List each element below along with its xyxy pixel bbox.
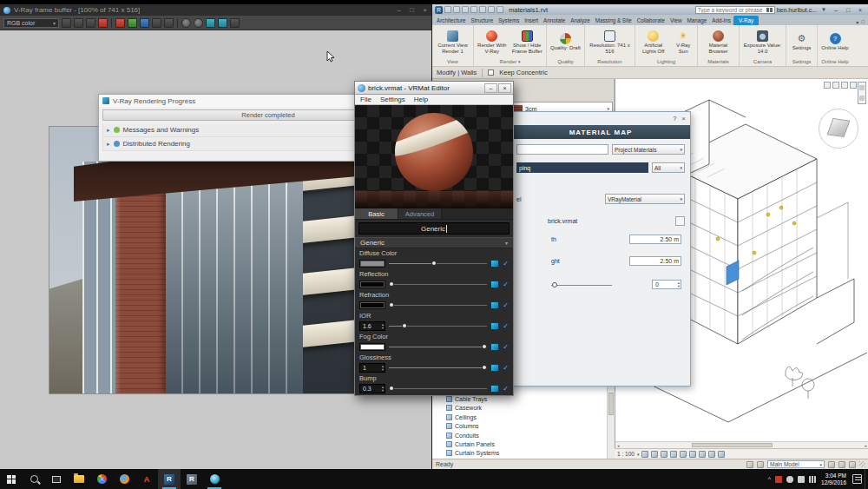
undo-icon[interactable] — [462, 6, 469, 13]
color-correction-icon[interactable] — [206, 18, 215, 28]
onedrive-tray-icon[interactable] — [786, 476, 793, 483]
search-text-selected[interactable]: pinq — [516, 162, 648, 173]
show-desktop-button[interactable] — [865, 469, 868, 489]
scroll-right-icon[interactable]: ▸ — [865, 442, 867, 448]
tab-analyze[interactable]: Analyze — [568, 16, 592, 25]
vray-sun-button[interactable]: ☀ V-Ray Sun — [671, 30, 695, 54]
design-options-icon[interactable] — [757, 461, 764, 468]
tree-item[interactable]: Conduits — [432, 431, 615, 439]
maximize-icon[interactable]: □ — [843, 7, 853, 13]
bump-slider[interactable] — [389, 385, 487, 393]
tab-insert[interactable]: Insert — [522, 16, 541, 25]
sun-path-icon[interactable] — [661, 451, 667, 458]
print-icon[interactable] — [479, 6, 486, 13]
generic-section-header[interactable]: Generic ▾ — [355, 237, 513, 248]
artificial-lights-button[interactable]: Artificial Lights Off — [637, 30, 669, 54]
enable-check-icon[interactable]: ✓ — [503, 364, 509, 372]
vray-taskbar-button[interactable] — [203, 469, 226, 489]
tab-basic[interactable]: Basic — [355, 208, 398, 219]
material-name-field[interactable]: Generic — [358, 222, 510, 235]
tab-systems[interactable]: Systems — [496, 16, 522, 25]
bump-spinner[interactable]: 0.3 ▴▾ — [359, 384, 385, 393]
enable-check-icon[interactable]: ✓ — [503, 281, 509, 288]
start-button[interactable] — [0, 469, 23, 489]
chrome-button[interactable] — [90, 469, 113, 489]
revit-titlebar[interactable]: R materials1.rvt ben.hurlbut.c... ▾ – □ … — [432, 4, 868, 15]
close-icon[interactable]: × — [498, 83, 511, 93]
enable-check-icon[interactable]: ✓ — [503, 322, 509, 330]
material-map-header[interactable]: MATERIAL MAP — [511, 125, 690, 139]
search-button[interactable] — [23, 469, 45, 489]
tree-item[interactable]: Columns — [432, 422, 615, 431]
channel-select[interactable]: RGB color ▾ — [3, 18, 59, 28]
tab-vray-active[interactable]: V-Ray — [733, 16, 759, 25]
infocenter-search[interactable] — [695, 6, 775, 14]
tab-massing-site[interactable]: Massing & Site — [593, 16, 635, 25]
texture-map-icon[interactable] — [490, 322, 499, 330]
texture-map-icon[interactable] — [490, 260, 499, 268]
clock[interactable]: 3:04 PM 12/9/2016 — [818, 472, 850, 486]
fog-color-swatch[interactable] — [359, 343, 385, 351]
render-with-vray-button[interactable]: Render With V-Ray — [476, 30, 509, 54]
vfb-titlebar[interactable]: V-Ray frame buffer - [100% of 741 x 516]… — [0, 4, 431, 16]
follow-mouse-icon[interactable] — [181, 18, 191, 28]
steering-wheel-icon[interactable] — [859, 85, 865, 90]
tab-structure[interactable]: Structure — [469, 16, 496, 25]
tag-icon[interactable] — [496, 6, 503, 13]
tab-manage[interactable]: Manage — [684, 16, 709, 25]
tab-architecture[interactable]: Architecture — [434, 16, 469, 25]
duplicate-buffer-icon[interactable] — [218, 18, 227, 28]
search-binoculars-icon[interactable] — [766, 8, 773, 12]
shadows-icon[interactable] — [670, 451, 677, 458]
load-image-icon[interactable] — [74, 18, 83, 28]
maximize-icon[interactable]: □ — [405, 4, 418, 16]
chevron-down-icon[interactable]: ▾ — [637, 452, 640, 457]
menu-help[interactable]: Help — [414, 96, 428, 103]
blue-channel-icon[interactable] — [140, 18, 149, 28]
firefox-button[interactable] — [113, 469, 135, 489]
worksets-icon[interactable] — [746, 461, 753, 468]
autodesk-app-button[interactable]: R — [181, 469, 203, 489]
chevron-down-icon[interactable]: ▾ — [819, 6, 829, 13]
horizontal-scrollbar[interactable]: ◂ ▸ — [615, 441, 868, 448]
diffuse-slider[interactable] — [389, 260, 487, 268]
zoom-extents-icon[interactable] — [859, 96, 865, 101]
autocad-button[interactable]: A — [135, 469, 158, 489]
file-explorer-button[interactable] — [68, 469, 90, 489]
minimize-icon[interactable]: – — [392, 4, 405, 16]
zoom-icon[interactable] — [841, 82, 848, 89]
network-icon[interactable] — [809, 476, 816, 483]
tree-item[interactable]: Curtain Panels — [432, 439, 615, 448]
volume-icon[interactable] — [798, 476, 805, 483]
ior-slider[interactable] — [389, 322, 487, 330]
revit-taskbar-button[interactable]: R — [158, 469, 181, 489]
clear-image-icon[interactable] — [86, 18, 95, 28]
exclude-options-icon[interactable] — [828, 461, 835, 468]
enable-check-icon[interactable]: ✓ — [503, 343, 509, 351]
rendering-dialog-icon[interactable] — [680, 451, 687, 458]
green-channel-icon[interactable] — [128, 18, 137, 28]
ribbon-collapse-icon[interactable]: ▾ — [856, 19, 858, 25]
save-image-icon[interactable] — [62, 18, 71, 28]
search-input[interactable] — [698, 7, 765, 13]
spin-down-icon[interactable]: ▾ — [382, 389, 384, 393]
reflection-color-swatch[interactable] — [359, 281, 385, 288]
close-icon[interactable]: × — [855, 7, 865, 13]
filter-icon[interactable] — [849, 461, 856, 468]
measure-icon[interactable] — [488, 6, 495, 13]
signed-in-user[interactable]: ben.hurlbut.c... — [777, 7, 817, 13]
menu-file[interactable]: File — [360, 96, 372, 103]
browse-icon[interactable] — [675, 216, 685, 226]
revit-app-icon[interactable]: R — [435, 6, 443, 14]
texture-map-icon[interactable] — [490, 343, 499, 351]
menu-settings[interactable]: Settings — [380, 96, 405, 103]
refraction-color-swatch[interactable] — [359, 301, 385, 309]
tree-item[interactable]: Casework — [432, 404, 615, 413]
tray-expand-icon[interactable]: ^ — [768, 476, 771, 482]
exposure-value-button[interactable]: Exposure Value: 14.0 — [741, 30, 784, 54]
view-cube[interactable] — [819, 109, 858, 149]
visual-style-icon[interactable] — [651, 451, 658, 458]
redo-icon[interactable] — [470, 6, 477, 13]
alpha-channel-icon[interactable] — [152, 18, 161, 28]
settings-button[interactable]: ⚙ Settings — [788, 33, 815, 51]
